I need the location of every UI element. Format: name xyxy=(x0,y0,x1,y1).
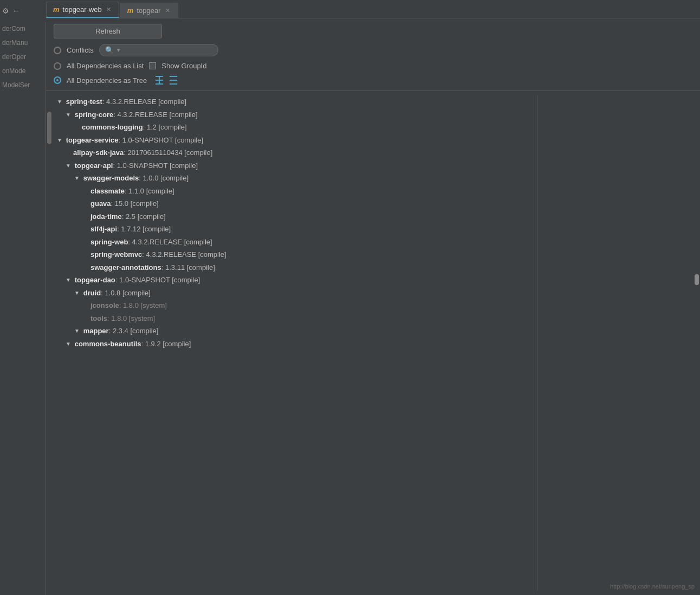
expand-arrow[interactable]: ▼ xyxy=(57,136,64,144)
tabs-bar: m topgear-web ✕ m topgear ✕ xyxy=(46,0,700,18)
tree-item[interactable]: ▼ topgear-api: 1.0-SNAPSHOT [compile] xyxy=(57,159,533,172)
tab-icon-topgear-web: m xyxy=(53,5,60,14)
dep-name: jconsole xyxy=(90,300,119,311)
dep-name: swagger-models xyxy=(83,173,139,184)
tree-item[interactable]: commons-logging: 1.2 [compile] xyxy=(57,121,533,134)
tree-item[interactable]: swagger-annotations: 1.3.11 [compile] xyxy=(57,261,533,274)
dep-name: druid xyxy=(83,288,101,299)
dep-name: tools xyxy=(90,313,107,324)
dep-name: spring-webmvc xyxy=(90,249,142,260)
search-box[interactable]: 🔍 ▼ xyxy=(99,44,218,56)
dep-version: : 4.3.2.RELEASE [compile] xyxy=(128,237,212,248)
dep-version: : 1.0-SNAPSHOT [compile] xyxy=(113,160,198,171)
conflicts-row: Conflicts 🔍 ▼ xyxy=(54,44,692,56)
tree-item[interactable]: ▼ swagger-models: 1.0.0 [compile] xyxy=(57,172,533,185)
expand-arrow[interactable]: ▼ xyxy=(74,174,81,182)
dep-version: : 1.2 [compile] xyxy=(143,122,187,133)
dep-version: : 1.0.8 [compile] xyxy=(101,288,151,299)
tab-topgear-web[interactable]: m topgear-web ✕ xyxy=(46,2,119,18)
dep-version: : 2.5 [compile] xyxy=(122,211,166,222)
tree-item[interactable]: ▼ mapper: 2.3.4 [compile] xyxy=(57,325,533,338)
tree-radio[interactable] xyxy=(54,76,61,84)
expand-arrow[interactable]: ▼ xyxy=(66,340,73,348)
tree-item[interactable]: ▼ spring-test: 4.3.2.RELEASE [compile] xyxy=(57,95,533,108)
tree-item[interactable]: slf4j-api: 1.7.12 [compile] xyxy=(57,223,533,236)
scrollbar-left[interactable] xyxy=(46,95,53,591)
dep-version: : 1.7.12 [compile] xyxy=(117,224,171,235)
tree-item[interactable]: guava: 15.0 [compile] xyxy=(57,197,533,210)
sidebar-item-5: ModelSer xyxy=(0,78,46,92)
list-radio[interactable] xyxy=(54,62,61,70)
dep-version: : 2.3.4 [compile] xyxy=(109,326,159,337)
collapse-all-icon[interactable] xyxy=(168,75,178,85)
expand-arrow[interactable]: ▼ xyxy=(57,98,64,106)
tree-item[interactable]: jconsole: 1.8.0 [system] xyxy=(57,299,533,312)
dep-name: classmate xyxy=(90,186,125,197)
conflicts-label: Conflicts xyxy=(67,46,94,54)
dep-name: topgear-api xyxy=(75,160,113,171)
tree-item[interactable]: ▼ topgear-dao: 1.0-SNAPSHOT [compile] xyxy=(57,274,533,287)
dep-version: : 4.3.2.RELEASE [compile] xyxy=(102,96,186,107)
dep-version: : 1.8.0 [system] xyxy=(107,313,155,324)
dependency-tree: ▼ spring-test: 4.3.2.RELEASE [compile]▼ … xyxy=(53,95,537,591)
tree-right-panel xyxy=(537,95,700,591)
dep-name: spring-core xyxy=(75,109,114,120)
tree-item[interactable]: tools: 1.8.0 [system] xyxy=(57,312,533,325)
tree-container: ▼ spring-test: 4.3.2.RELEASE [compile]▼ … xyxy=(46,91,700,595)
tree-item[interactable]: ▼ commons-beanutils: 1.9.2 [compile] xyxy=(57,338,533,351)
sidebar-item-3: derOper xyxy=(0,50,46,64)
sidebar-item-1: derCom xyxy=(0,22,46,36)
tree-item[interactable]: alipay-sdk-java: 20170615110434 [compile… xyxy=(57,146,533,159)
tree-item[interactable]: ▼ druid: 1.0.8 [compile] xyxy=(57,287,533,300)
gear-icon[interactable]: ⚙ xyxy=(2,7,9,15)
dep-name: spring-test xyxy=(66,96,102,107)
list-label: All Dependencies as List xyxy=(67,62,144,70)
tree-item[interactable]: joda-time: 2.5 [compile] xyxy=(57,210,533,223)
refresh-button[interactable]: Refresh xyxy=(54,24,162,38)
dep-version: : 15.0 [compile] xyxy=(111,198,159,209)
show-groupid-checkbox[interactable] xyxy=(149,62,156,69)
tree-item[interactable]: classmate: 1.1.0 [compile] xyxy=(57,185,533,198)
expand-arrow[interactable]: ▼ xyxy=(66,161,73,170)
show-groupid-label: Show GroupId xyxy=(161,62,206,70)
dep-version: : 1.9.2 [compile] xyxy=(141,339,191,350)
tree-item[interactable]: spring-web: 4.3.2.RELEASE [compile] xyxy=(57,236,533,249)
dep-version: : 1.1.0 [compile] xyxy=(125,186,174,197)
expand-arrow[interactable]: ▼ xyxy=(74,327,81,335)
tree-item[interactable]: ▼ spring-core: 4.3.2.RELEASE [compile] xyxy=(57,108,533,121)
conflicts-radio[interactable] xyxy=(54,47,61,54)
search-icon: 🔍 xyxy=(105,46,114,54)
tree-item[interactable]: ▼ topgear-service: 1.0-SNAPSHOT [compile… xyxy=(57,134,533,147)
controls-area: Refresh Conflicts 🔍 ▼ All Dependencies a… xyxy=(46,18,700,91)
dep-version: : 1.0.0 [compile] xyxy=(139,173,189,184)
collapse-sidebar-icon[interactable]: ← xyxy=(12,7,20,15)
tab-icon-topgear: m xyxy=(127,7,134,15)
scrollbar-thumb-right[interactable] xyxy=(695,274,699,285)
dep-version: : 1.8.0 [system] xyxy=(119,300,167,311)
dep-name: joda-time xyxy=(90,211,122,222)
dep-name: topgear-dao xyxy=(75,275,115,286)
tree-item[interactable]: spring-webmvc: 4.3.2.RELEASE [compile] xyxy=(57,248,533,261)
scrollbar-thumb-left[interactable] xyxy=(47,112,51,144)
expand-arrow[interactable]: ▼ xyxy=(74,289,81,297)
tab-close-topgear[interactable]: ✕ xyxy=(164,7,171,14)
dep-name: swagger-annotations xyxy=(90,262,161,273)
expand-all-icon[interactable] xyxy=(154,75,164,85)
dep-name: topgear-service xyxy=(66,135,119,146)
expand-arrow[interactable]: ▼ xyxy=(66,276,73,284)
dep-version: : 1.3.11 [compile] xyxy=(161,262,215,273)
tree-icon-group xyxy=(154,75,178,85)
dep-version: : 1.0-SNAPSHOT [compile] xyxy=(119,135,204,146)
dep-name: spring-web xyxy=(90,237,128,248)
tab-label-topgear-web: topgear-web xyxy=(63,5,102,14)
tab-close-topgear-web[interactable]: ✕ xyxy=(105,6,112,13)
dep-name: guava xyxy=(90,198,111,209)
list-row: All Dependencies as List Show GroupId xyxy=(54,62,692,70)
watermark: http://blog.csdn.net/sunpeng_sp xyxy=(610,583,695,590)
tab-topgear[interactable]: m topgear ✕ xyxy=(120,3,178,18)
dep-version: : 20170615110434 [compile] xyxy=(124,147,212,158)
tab-label-topgear: topgear xyxy=(137,7,160,15)
tree-row: All Dependencies as Tree xyxy=(54,75,692,85)
search-dropdown-arrow[interactable]: ▼ xyxy=(116,47,121,53)
expand-arrow[interactable]: ▼ xyxy=(66,111,73,119)
